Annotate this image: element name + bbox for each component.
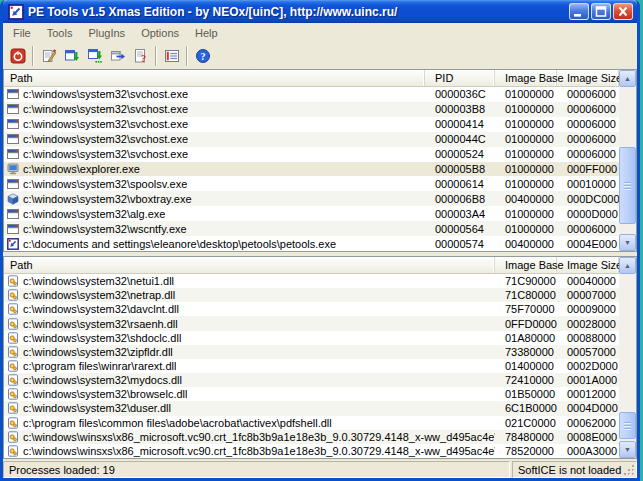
column-image-base[interactable]: Image Base	[495, 257, 557, 273]
image-size-cell: 00006000	[557, 103, 619, 115]
image-base-cell: 01000000	[495, 163, 557, 175]
module-row[interactable]: c:\program files\common files\adobe\acro…	[4, 416, 619, 430]
scroll-up-button[interactable]: ▲	[619, 257, 636, 274]
menu-item-file[interactable]: File	[5, 25, 39, 41]
pid-cell: 000003B8	[425, 103, 495, 115]
module-list: Path Image Base Image Size c:\windows\sy…	[3, 256, 637, 459]
app-icon	[8, 4, 24, 20]
list-view-icon	[164, 48, 180, 64]
dump-full-button[interactable]	[60, 44, 83, 67]
process-list-header: Path PID Image Base Image Size	[4, 70, 636, 87]
path-text: c:\windows\system32\svchost.exe	[23, 118, 188, 130]
path-cell: c:\windows\system32\shdoclc.dll	[4, 332, 495, 344]
computer-icon	[7, 163, 20, 175]
process-rows: c:\windows\system32\svchost.exe0000036C0…	[4, 87, 636, 251]
process-row[interactable]: c:\windows\system32\spoolsv.exe000006140…	[4, 176, 619, 191]
process-row[interactable]: c:\windows\system32\svchost.exe0000036C0…	[4, 87, 619, 102]
image-size-cell: 00057000	[557, 346, 619, 358]
column-path[interactable]: Path	[4, 70, 425, 86]
path-text: c:\windows\system32\shdoclc.dll	[23, 332, 181, 344]
process-row[interactable]: c:\windows\explorer.exe000005B8010000000…	[4, 162, 619, 177]
module-row[interactable]: c:\windows\system32\zipfldr.dll733800000…	[4, 345, 619, 359]
module-row[interactable]: c:\windows\system32\netrap.dll71C8000000…	[4, 288, 619, 302]
menu-item-help[interactable]: Help	[187, 25, 226, 41]
image-base-cell: 01000000	[495, 178, 557, 190]
document-question-icon: ?	[133, 48, 149, 64]
pid-cell: 00000574	[425, 238, 495, 250]
process-row[interactable]: c:\windows\system32\svchost.exe000005240…	[4, 147, 619, 162]
module-row[interactable]: c:\windows\winsxs\x86_microsoft.vc90.crt…	[4, 444, 619, 458]
window-icon	[7, 208, 20, 220]
path-cell: c:\windows\system32\rsaenh.dll	[4, 318, 495, 330]
menu-item-options[interactable]: Options	[133, 25, 187, 41]
scroll-thumb[interactable]	[619, 147, 636, 224]
pid-cell: 00000564	[425, 223, 495, 235]
menu-item-plugins[interactable]: PlugIns	[80, 25, 133, 41]
path-text: c:\windows\system32\wscntfy.exe	[23, 223, 187, 235]
process-row[interactable]: c:\windows\system32\svchost.exe000003B80…	[4, 102, 619, 117]
path-text: c:\program files\winrar\rarext.dll	[23, 360, 176, 372]
pid-cell: 000006B8	[425, 193, 495, 205]
pe-editor-button[interactable]	[37, 44, 60, 67]
image-size-cell: 00006000	[557, 133, 619, 145]
column-image-size[interactable]: Image Size	[557, 70, 619, 86]
process-row[interactable]: c:\windows\system32\alg.exe000003A401000…	[4, 206, 619, 221]
dll-icon	[7, 374, 20, 386]
image-base-cell: 6C1B0000	[495, 402, 557, 414]
scroll-thumb[interactable]	[619, 412, 636, 439]
path-text: c:\windows\system32\svchost.exe	[23, 148, 188, 160]
path-cell: c:\windows\system32\mydocs.dll	[4, 374, 495, 386]
pe-sniffer-button[interactable]: ?	[129, 44, 152, 67]
image-size-cell: 0004E000	[557, 238, 619, 250]
path-text: c:\windows\system32\netrap.dll	[23, 289, 175, 301]
module-row[interactable]: c:\program files\winrar\rarext.dll014000…	[4, 359, 619, 373]
maximize-button[interactable]	[591, 3, 611, 20]
module-row[interactable]: c:\windows\system32\shdoclc.dll01A800000…	[4, 331, 619, 345]
path-cell: c:\windows\system32\alg.exe	[4, 208, 425, 220]
process-row[interactable]: c:\windows\system32\svchost.exe0000044C0…	[4, 132, 619, 147]
module-row[interactable]: c:\windows\system32\duser.dll6C1B0000000…	[4, 401, 619, 415]
module-row[interactable]: c:\windows\system32\netui1.dll71C9000000…	[4, 274, 619, 288]
image-base-cell: 78520000	[495, 445, 557, 457]
process-row[interactable]: c:\documents and settings\eleanore\deskt…	[4, 236, 619, 251]
module-row[interactable]: c:\windows\system32\rsaenh.dll0FFD000000…	[4, 316, 619, 330]
path-text: c:\windows\system32\zipfldr.dll	[23, 346, 173, 358]
process-row[interactable]: c:\windows\system32\wscntfy.exe000005640…	[4, 221, 619, 236]
close-button[interactable]	[613, 3, 633, 20]
module-row[interactable]: c:\windows\system32\mydocs.dll7241000000…	[4, 373, 619, 387]
power-icon	[10, 48, 26, 64]
dll-icon	[7, 431, 20, 443]
column-path[interactable]: Path	[4, 257, 495, 273]
maximize-icon	[592, 4, 610, 19]
image-size-cell: 00010000	[557, 178, 619, 190]
process-row[interactable]: c:\windows\system32\svchost.exe000004140…	[4, 117, 619, 132]
terminate-process-button[interactable]	[6, 44, 29, 67]
process-list: Path PID Image Base Image Size c:\window…	[3, 69, 637, 252]
window-icon	[7, 133, 20, 145]
about-button[interactable]: ?	[191, 44, 214, 67]
title-bar[interactable]: PE Tools v1.5 Xmas Edition - by NEOx/[ui…	[3, 0, 637, 23]
menu-item-tools[interactable]: Tools	[39, 25, 81, 41]
module-row[interactable]: c:\windows\winsxs\x86_microsoft.vc90.crt…	[4, 430, 619, 444]
image-size-cell: 000DC000	[557, 193, 619, 205]
softice-status-text: SoftICE is not loaded	[518, 464, 621, 476]
scroll-down-button[interactable]: ▼	[619, 441, 636, 458]
svg-text:?: ?	[200, 51, 205, 62]
down-arrow-icon: ▼	[624, 446, 631, 453]
process-row[interactable]: c:\windows\system32\vboxtray.exe000006B8…	[4, 191, 619, 206]
path-text: c:\windows\system32\alg.exe	[23, 208, 165, 220]
column-pid[interactable]: PID	[425, 70, 495, 86]
scroll-down-button[interactable]: ▼	[619, 234, 636, 251]
image-base-cell: 78480000	[495, 431, 557, 443]
resize-grip[interactable]	[623, 464, 636, 477]
minimize-button[interactable]	[569, 3, 589, 20]
dump-region-button[interactable]	[83, 44, 106, 67]
module-row[interactable]: c:\windows\system32\browselc.dll01B50000…	[4, 387, 619, 401]
column-image-base[interactable]: Image Base	[495, 70, 557, 86]
column-image-size[interactable]: Image Size	[557, 257, 619, 273]
scroll-up-button[interactable]: ▲	[619, 70, 636, 87]
module-row[interactable]: c:\windows\system32\davclnt.dll75F700000…	[4, 302, 619, 316]
image-base-cell: 71C90000	[495, 275, 557, 287]
task-viewer-button[interactable]	[106, 44, 129, 67]
sections-button[interactable]	[160, 44, 183, 67]
